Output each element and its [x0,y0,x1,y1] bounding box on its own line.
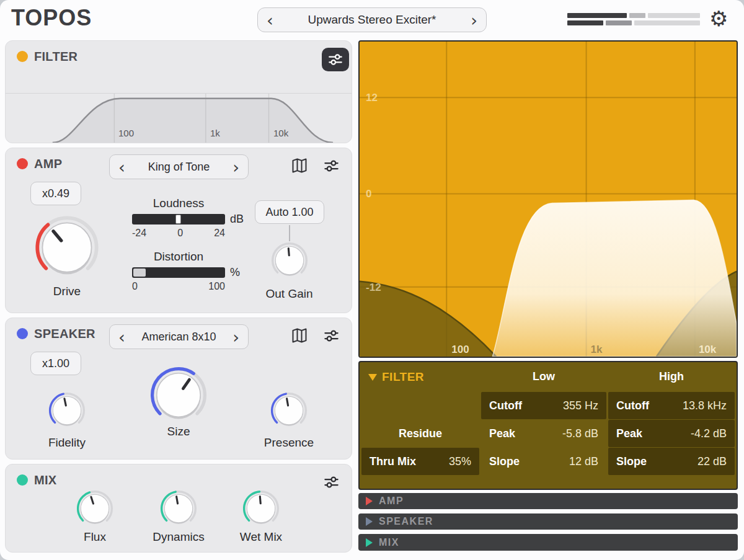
out-gain-label: Out Gain [265,287,312,301]
expand-triangle-icon [366,517,373,526]
high-column-header: High [608,370,735,383]
dynamics-label: Dynamics [153,530,204,544]
db-label-0: 0 [366,188,371,200]
filter-curve-svg [6,94,352,143]
meter-row-left [567,13,700,18]
speaker-preset-next-button[interactable]: › [232,329,239,345]
map-icon [291,157,308,174]
distortion-slider[interactable] [132,267,225,278]
slope-low-cell[interactable]: Slope12 dB [481,448,606,475]
size-knob[interactable]: Size [148,365,210,438]
wet-mix-knob[interactable]: Wet Mix [239,489,283,544]
amp-gain-multiplier-badge[interactable]: x0.49 [30,182,81,205]
db-label-neg12: -12 [366,282,381,293]
filter-curve-display[interactable]: 100 1k 10k [6,93,352,143]
residue-label-cell: Residue [361,420,479,447]
filter-title: FILTER [34,50,78,64]
drive-knob[interactable]: Drive [33,214,101,298]
out-gain-knob[interactable]: Out Gain [266,241,312,301]
header-preset-selector[interactable]: ‹ Upwards Stereo Exciter* › [257,7,487,32]
plugin-window: TOPOS ‹ Upwards Stereo Exciter* › ⚙ FILT… [0,0,744,560]
amp-section-bar[interactable]: AMP [358,493,738,509]
cutoff-low-cell[interactable]: Cutoff355 Hz [481,392,606,419]
fidelity-knob[interactable]: Fidelity [45,391,89,450]
thru-mix-cell[interactable]: Thru Mix35% [361,448,479,475]
collapse-triangle-icon [368,374,377,381]
db-label-12: 12 [366,92,378,104]
mix-indicator-dot[interactable] [17,474,28,486]
sliders-icon [323,474,340,491]
speaker-preset-name[interactable]: American 8x10 [141,331,216,344]
map-icon [291,327,308,344]
fidelity-knob-svg [48,391,86,430]
preset-name[interactable]: Upwards Stereo Exciter* [308,13,436,27]
drive-knob-svg [33,214,100,281]
sliders-icon [327,51,343,68]
empty-cell [361,392,479,419]
spectrum-graph[interactable]: 12 0 -12 100 1k 10k [358,40,738,358]
amp-settings-button[interactable] [323,158,340,174]
filter-settings-button[interactable] [322,48,349,71]
speaker-preset-prev-button[interactable]: ‹ [118,329,125,345]
mix-section-bar[interactable]: MIX [358,534,738,551]
presence-label: Presence [264,436,314,450]
mini-freq-label-100: 100 [118,128,134,138]
preset-next-button[interactable]: › [471,12,477,29]
loudness-slider-thumb[interactable] [175,215,181,224]
speaker-browser-button[interactable] [291,327,308,344]
speaker-indicator-dot[interactable] [17,328,28,339]
expand-triangle-icon [366,538,373,547]
mix-panel: MIX Flux [5,464,352,553]
filter-indicator-dot[interactable] [17,51,28,62]
low-column-header: Low [481,370,606,383]
speaker-preset-selector[interactable]: ‹ American 8x10 › [109,324,249,349]
distortion-ticks: 0100 [132,281,225,292]
preset-prev-button[interactable]: ‹ [267,12,273,29]
distortion-label: Distortion [132,250,225,264]
loudness-label: Loudness [132,197,225,210]
speaker-bar-label: SPEAKER [379,516,433,527]
flux-knob[interactable]: Flux [73,489,117,544]
peak-low-cell[interactable]: Peak-5.8 dB [481,420,606,447]
amp-preset-selector[interactable]: ‹ King of Tone › [109,154,249,179]
amp-browser-button[interactable] [291,157,308,174]
amp-preset-next-button[interactable]: › [232,159,239,176]
wet-mix-label: Wet Mix [240,530,282,544]
amp-preset-name[interactable]: King of Tone [148,161,210,174]
freq-label-1k: 1k [591,344,603,355]
sliders-icon [323,327,340,344]
cutoff-high-cell[interactable]: Cutoff13.8 kHz [608,392,735,419]
filter-details-header: FILTER Low High [360,362,737,392]
spectrum-graph-svg: 12 0 -12 100 1k 10k [360,42,737,357]
dynamics-knob[interactable]: Dynamics [157,489,200,544]
loudness-ticks: -24024 [132,228,225,239]
auto-gain-button[interactable]: Auto 1.00 [255,200,324,224]
loudness-slider[interactable] [132,214,225,224]
wet-mix-knob-svg [242,489,280,528]
presence-knob[interactable]: Presence [267,391,311,450]
freq-label-10k: 10k [699,344,717,355]
gear-icon[interactable]: ⚙ [709,6,728,31]
flux-label: Flux [84,530,106,544]
speaker-gain-multiplier-badge[interactable]: x1.00 [30,352,81,375]
dynamics-knob-svg [159,489,198,528]
speaker-section-bar[interactable]: SPEAKER [358,513,738,530]
peak-high-cell[interactable]: Peak-4.2 dB [608,420,735,447]
mix-bar-label: MIX [379,537,399,548]
io-meter [567,13,700,28]
slope-high-cell[interactable]: Slope22 dB [608,448,735,475]
auto-gain-connector [289,225,290,241]
amp-bar-label: AMP [379,496,404,507]
filter-details-toggle[interactable]: FILTER [368,370,424,384]
mini-freq-label-10k: 10k [273,128,288,138]
size-label: Size [167,425,190,438]
amp-preset-prev-button[interactable]: ‹ [118,159,125,176]
distortion-slider-fill [133,269,146,277]
filter-details-grid: Cutoff355 Hz Cutoff13.8 kHz Residue Peak… [361,392,735,475]
distortion-unit: % [230,266,240,279]
filter-details-panel: FILTER Low High Cutoff355 Hz Cutoff13.8 … [358,361,738,490]
meter-row-right [567,20,700,25]
amp-indicator-dot[interactable] [17,158,28,169]
mix-settings-button[interactable] [323,474,340,491]
speaker-settings-button[interactable] [323,327,340,344]
